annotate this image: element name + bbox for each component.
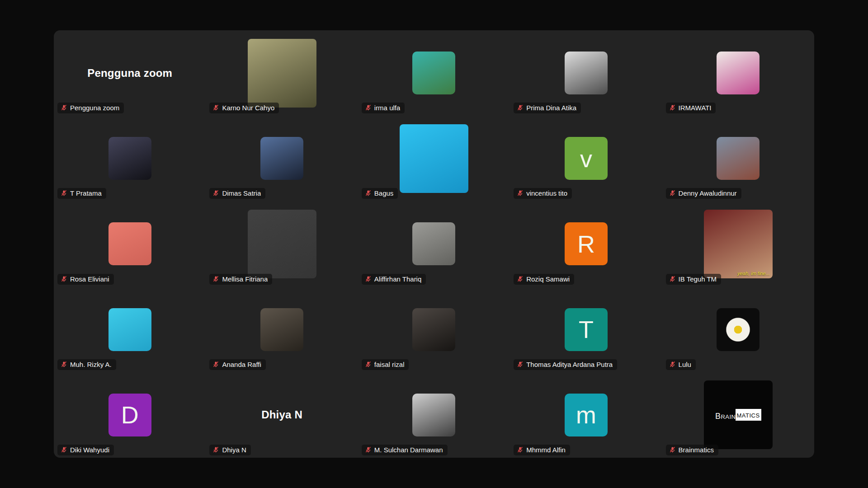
participant-name-pill: faisal rizal (362, 359, 409, 370)
participant-name-pill: irma ulfa (362, 103, 405, 113)
mic-off-icon (61, 104, 67, 111)
letter-avatar: D (108, 394, 151, 436)
participant-tile[interactable]: Ananda Raffi (206, 287, 358, 372)
participant-tile[interactable]: M. Sulchan Darmawan (358, 372, 510, 458)
mic-off-icon (365, 361, 372, 368)
profile-photo-avatar (260, 137, 303, 180)
participant-tile[interactable]: Brainmatics Brainmatics (662, 372, 814, 458)
mic-off-icon (61, 190, 67, 197)
participant-tile[interactable]: faisal rizal (358, 287, 510, 372)
participant-name-label: irma ulfa (374, 104, 401, 112)
profile-photo-avatar (400, 124, 468, 193)
participant-name-pill: Mellisa Fitriana (209, 274, 272, 285)
profile-photo-avatar (717, 137, 760, 180)
participant-name-label: Roziq Samawi (526, 275, 570, 283)
participant-tile[interactable]: Mellisa Fitriana (206, 201, 358, 286)
participant-name-pill: Dimas Satria (209, 188, 265, 199)
mic-off-icon (212, 276, 219, 282)
mic-off-icon (61, 361, 67, 368)
participant-name-label: Dimas Satria (222, 189, 261, 197)
participant-tile[interactable]: Aliffirhan Thariq (358, 201, 510, 286)
participant-tile[interactable]: irma ulfa (358, 30, 510, 116)
participant-name-pill: T Pratama (57, 188, 106, 199)
participant-tile[interactable]: Denny Awaludinnur (662, 116, 814, 201)
participant-name-pill: vincentius tito (514, 188, 572, 199)
profile-photo-avatar (248, 210, 316, 278)
participant-name-label: Thomas Aditya Ardana Putra (526, 361, 613, 368)
mic-off-icon (517, 104, 524, 111)
letter-avatar: v (565, 137, 608, 180)
participant-tile[interactable]: Rosa Eliviani (54, 201, 206, 286)
mic-off-icon (61, 276, 67, 282)
participant-name-label: Dhiya N (222, 446, 246, 454)
profile-photo-avatar (412, 308, 455, 351)
profile-photo-avatar (248, 39, 316, 108)
participant-name-pill: Aliffirhan Thariq (362, 274, 426, 285)
profile-photo-avatar (412, 394, 455, 436)
participant-name-label: Rosa Eliviani (70, 275, 109, 283)
mic-off-icon (517, 276, 524, 282)
participant-tile[interactable]: Muh. Rizky A. (54, 287, 206, 372)
profile-photo-avatar (108, 137, 151, 180)
participant-tile[interactable]: T Pratama (54, 116, 206, 201)
participant-name-pill: Diki Wahyudi (57, 445, 114, 455)
letter-avatar: m (565, 394, 608, 436)
participant-tile[interactable]: Pengguna zoom Pengguna zoom (54, 30, 206, 116)
avatar-letter: m (576, 403, 596, 427)
profile-photo-avatar: yeah, im fine... (704, 210, 773, 278)
daisy-flower-avatar (717, 308, 760, 351)
participant-name-label: Muh. Rizky A. (70, 361, 112, 368)
participant-name-pill: Dhiya N (209, 445, 250, 455)
mic-off-icon (61, 446, 67, 453)
participant-tile[interactable]: D Diki Wahyudi (54, 372, 206, 458)
participant-display-name: Dhiya N (261, 408, 302, 421)
participant-tile[interactable]: v vincentius tito (510, 116, 662, 201)
mic-off-icon (669, 446, 676, 453)
participant-tile[interactable]: Karno Nur Cahyo (206, 30, 358, 116)
mic-off-icon (212, 446, 219, 453)
participant-tile[interactable]: IRMAWATI (662, 30, 814, 116)
participant-tile[interactable]: Prima Dina Atika (510, 30, 662, 116)
participant-name-pill: M. Sulchan Darmawan (362, 445, 448, 455)
participant-tile[interactable]: Dimas Satria (206, 116, 358, 201)
avatar-letter: T (579, 317, 594, 342)
participant-name-label: Aliffirhan Thariq (374, 275, 422, 283)
mic-off-icon (517, 446, 524, 453)
mic-off-icon (212, 361, 219, 368)
mic-off-icon (365, 276, 372, 282)
mic-off-icon (365, 104, 372, 111)
participant-tile[interactable]: yeah, im fine... IB Teguh TM (662, 201, 814, 286)
logo-text-brain: Brain (715, 408, 736, 422)
participant-name-pill: Bagus (362, 188, 398, 199)
logo-text-matics: matics (736, 409, 761, 421)
participant-name-label: M. Sulchan Darmawan (374, 446, 443, 454)
participant-tile[interactable]: Lulu (662, 287, 814, 372)
profile-photo-avatar (717, 52, 760, 94)
participant-name-label: Prima Dina Atika (526, 104, 576, 112)
participant-name-pill: Roziq Samawi (514, 274, 574, 285)
participant-name-label: Lulu (679, 361, 691, 368)
letter-avatar: R (565, 222, 608, 265)
avatar-letter: v (580, 146, 592, 171)
profile-photo-avatar (565, 52, 608, 94)
participant-name-label: Karno Nur Cahyo (222, 104, 274, 112)
participant-tile[interactable]: Bagus (358, 116, 510, 201)
mic-off-icon (365, 190, 372, 197)
participant-name-pill: Ananda Raffi (209, 359, 265, 370)
participant-tile[interactable]: T Thomas Aditya Ardana Putra (510, 287, 662, 372)
participant-tile[interactable]: m Mhmmd Alfin (510, 372, 662, 458)
mic-off-icon (669, 276, 676, 282)
participant-name-pill: IB Teguh TM (666, 274, 722, 285)
participant-name-pill: Pengguna zoom (57, 103, 124, 113)
participant-display-name: Pengguna zoom (87, 67, 172, 80)
mic-off-icon (212, 104, 219, 111)
profile-photo-avatar (412, 52, 455, 94)
participant-name-pill: Rosa Eliviani (57, 274, 114, 285)
participant-tile[interactable]: R Roziq Samawi (510, 201, 662, 286)
mic-off-icon (669, 104, 676, 111)
participant-name-label: Mhmmd Alfin (526, 446, 566, 454)
participant-tile[interactable]: Dhiya N Dhiya N (206, 372, 358, 458)
participant-name-pill: Prima Dina Atika (514, 103, 581, 113)
participant-name-label: IB Teguh TM (679, 275, 717, 283)
meeting-gallery: Pengguna zoom Pengguna zoom Karno Nur Ca… (54, 30, 814, 458)
